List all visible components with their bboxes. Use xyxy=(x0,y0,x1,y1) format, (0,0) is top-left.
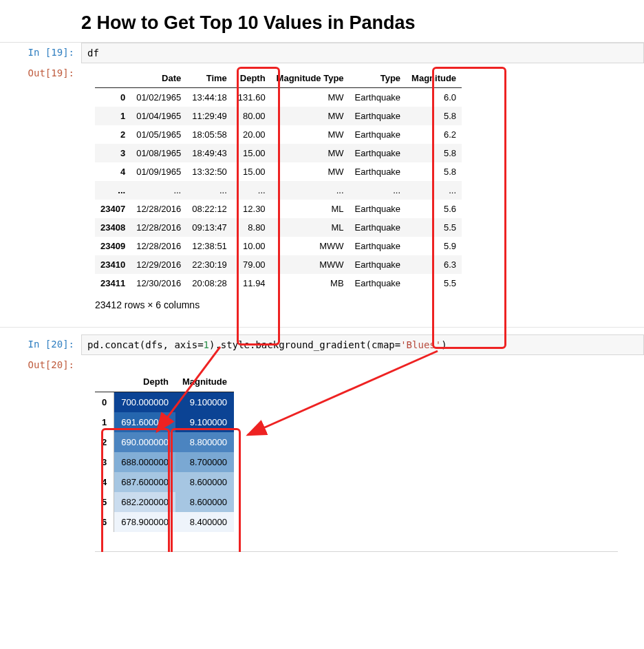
row-index: 3 xyxy=(95,452,114,472)
cell-value: 12/29/2016 xyxy=(131,255,186,274)
cell-value: 01/05/1965 xyxy=(131,125,186,144)
styled-table-20: Depth Magnitude 0700.0000009.1000001691.… xyxy=(95,372,234,532)
cell-value: Earthquake xyxy=(350,218,407,237)
cell-value: 20.00 xyxy=(233,125,271,144)
cell-value: 01/08/1965 xyxy=(131,144,186,162)
cell-value: ... xyxy=(233,181,271,200)
output-area-20: Depth Magnitude 0700.0000009.1000001691.… xyxy=(81,355,644,552)
cell-value: 5.9 xyxy=(406,237,462,255)
cell-value: Earthquake xyxy=(350,237,407,255)
cell-value: 12/28/2016 xyxy=(131,218,186,237)
styled-row: 0700.0000009.100000 xyxy=(95,392,234,413)
cell-value: MW xyxy=(271,88,350,107)
styled-row: 3688.0000008.700000 xyxy=(95,452,234,472)
depth-cell: 682.200000 xyxy=(114,492,175,512)
code-input-19[interactable]: df xyxy=(81,43,644,63)
code-input-20[interactable]: pd.concat(dfs, axis=1).style.background_… xyxy=(81,334,644,355)
col-date: Date xyxy=(131,69,186,88)
depth-cell: 678.900000 xyxy=(114,512,175,532)
table-row: 301/08/196518:49:4315.00MWEarthquake5.8 xyxy=(95,144,462,162)
cell-value: 5.8 xyxy=(406,144,462,162)
depth-cell: 691.600000 xyxy=(114,412,175,432)
col-type: Type xyxy=(350,69,407,88)
row-index: 0 xyxy=(95,392,114,413)
cell-20-input: In [20]: pd.concat(dfs, axis=1).style.ba… xyxy=(0,334,644,355)
cell-value: 22:30:19 xyxy=(186,255,233,274)
row-index: 5 xyxy=(95,492,114,512)
cell-19-input: In [19]: df xyxy=(0,43,644,63)
row-index: 23409 xyxy=(95,237,131,255)
output-and-next: Out[19]: Date Time Depth Magnitude Type … xyxy=(0,63,644,552)
cell-value: 8.80 xyxy=(233,218,271,237)
table-row: 2341012/29/201622:30:1979.00MWWEarthquak… xyxy=(95,255,462,274)
output-prompt-19: Out[19]: xyxy=(0,63,81,78)
cell-value: ... xyxy=(406,181,462,200)
col-magnitude: Magnitude xyxy=(406,69,462,88)
cell-value: 5.8 xyxy=(406,162,462,181)
col-magtype: Magnitude Type xyxy=(271,69,350,88)
cell-value: 12/28/2016 xyxy=(131,200,186,218)
input-prompt-19: In [19]: xyxy=(0,43,81,58)
cell-value: 13:32:50 xyxy=(186,162,233,181)
cell-value: 5.8 xyxy=(406,107,462,125)
styled-row: 4687.6000008.600000 xyxy=(95,472,234,492)
cell-value: 131.60 xyxy=(233,88,271,107)
cell-value: Earthquake xyxy=(350,88,407,107)
cell-value: MW xyxy=(271,125,350,144)
cell-value: 01/04/1965 xyxy=(131,107,186,125)
row-index: 1 xyxy=(95,412,114,432)
table-row: 401/09/196513:32:5015.00MWEarthquake5.8 xyxy=(95,162,462,181)
dataframe-table-19: Date Time Depth Magnitude Type Type Magn… xyxy=(95,69,462,292)
cell-value: Earthquake xyxy=(350,255,407,274)
table-header-row: Date Time Depth Magnitude Type Type Magn… xyxy=(95,69,462,88)
cell-value: Earthquake xyxy=(350,107,407,125)
output-prompt-20: Out[20]: xyxy=(0,355,81,370)
section-heading: 2 How to Get Top 10 Values in Pandas xyxy=(0,0,644,43)
cell-value: 5.6 xyxy=(406,200,462,218)
row-index: 23408 xyxy=(95,218,131,237)
cell-value: 18:49:43 xyxy=(186,144,233,162)
cell-value: ML xyxy=(271,200,350,218)
table-row: 101/04/196511:29:4980.00MWEarthquake5.8 xyxy=(95,107,462,125)
cell-value: 5.5 xyxy=(406,274,462,292)
cell-value: 5.5 xyxy=(406,218,462,237)
styled-header-row: Depth Magnitude xyxy=(95,372,234,392)
table-row: 2341112/30/201620:08:2811.94MBEarthquake… xyxy=(95,274,462,292)
cell-value: 12:38:51 xyxy=(186,237,233,255)
table-row: 2340912/28/201612:38:5110.00MWWEarthquak… xyxy=(95,237,462,255)
magnitude-cell: 9.100000 xyxy=(175,412,234,432)
cell-value: 6.3 xyxy=(406,255,462,274)
row-index: 2 xyxy=(95,432,114,452)
cell-value: 18:05:58 xyxy=(186,125,233,144)
cell-value: Earthquake xyxy=(350,274,407,292)
row-index: 23410 xyxy=(95,255,131,274)
cell-value: MWW xyxy=(271,255,350,274)
magnitude-cell: 8.700000 xyxy=(175,452,234,472)
cell-value: ... xyxy=(271,181,350,200)
row-index: 23407 xyxy=(95,200,131,218)
cell-value: 15.00 xyxy=(233,144,271,162)
col2-mag: Magnitude xyxy=(175,372,234,392)
col-time: Time xyxy=(186,69,233,88)
cell-value: MW xyxy=(271,107,350,125)
output-area-19: Date Time Depth Magnitude Type Type Magn… xyxy=(81,63,644,317)
cell-value: 6.2 xyxy=(406,125,462,144)
depth-cell: 688.000000 xyxy=(114,452,175,472)
styled-row: 2690.0000008.800000 xyxy=(95,432,234,452)
row-index: 1 xyxy=(95,107,131,125)
cell-value: 11.94 xyxy=(233,274,271,292)
cell-value: ... xyxy=(350,181,407,200)
cell-value: 08:22:12 xyxy=(186,200,233,218)
cell-19-output: Out[19]: Date Time Depth Magnitude Type … xyxy=(0,63,644,317)
styled-row: 5682.2000008.600000 xyxy=(95,492,234,512)
input-prompt-20: In [20]: xyxy=(0,334,81,350)
cell-value: 79.00 xyxy=(233,255,271,274)
row-index: 2 xyxy=(95,125,131,144)
magnitude-cell: 8.400000 xyxy=(175,512,234,532)
cell-value: 01/02/1965 xyxy=(131,88,186,107)
cell-value: ML xyxy=(271,218,350,237)
depth-cell: 700.000000 xyxy=(114,392,175,413)
row-index: 4 xyxy=(95,472,114,492)
cell-value: ... xyxy=(186,181,233,200)
cell-value: Earthquake xyxy=(350,125,407,144)
